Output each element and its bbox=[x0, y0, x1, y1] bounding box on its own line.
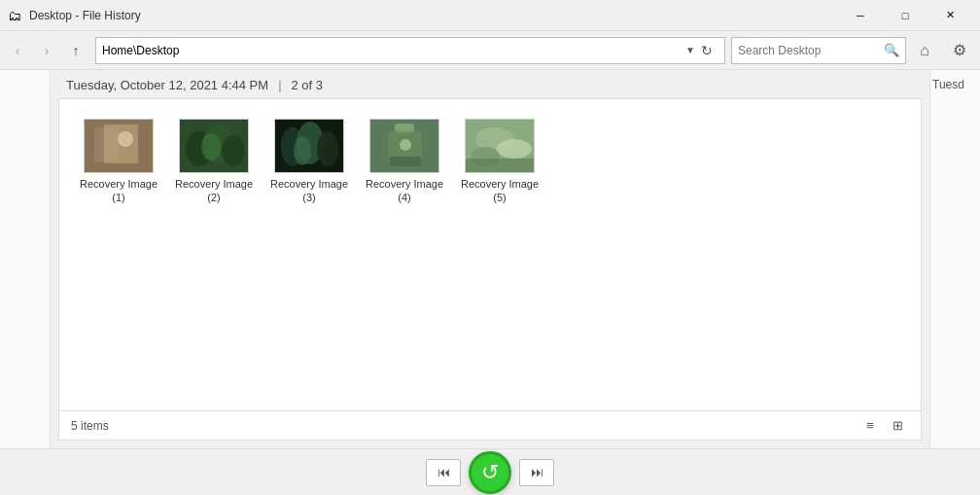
list-view-button[interactable]: ≡ bbox=[858, 414, 882, 438]
up-button[interactable]: ↑ bbox=[62, 37, 89, 64]
file-item-4[interactable]: Recovery Image (4) bbox=[361, 115, 448, 209]
close-button[interactable]: ✕ bbox=[928, 0, 972, 31]
search-bar[interactable]: 🔍 bbox=[731, 37, 906, 64]
page-indicator: 2 of 3 bbox=[292, 78, 324, 92]
svg-rect-17 bbox=[390, 157, 421, 166]
date-text: Tuesday, October 12, 2021 4:44 PM bbox=[66, 78, 268, 92]
file-thumbnail-1 bbox=[84, 119, 154, 173]
back-button[interactable]: ‹ bbox=[4, 37, 31, 64]
settings-button[interactable]: ⚙ bbox=[943, 31, 976, 70]
svg-point-21 bbox=[497, 139, 532, 159]
forward-button[interactable]: › bbox=[33, 37, 60, 64]
left-panel bbox=[0, 70, 51, 448]
file-item-2[interactable]: Recovery Image (2) bbox=[170, 115, 258, 209]
restore-icon: ↺ bbox=[481, 460, 499, 485]
file-item-1[interactable]: Recovery Image (1) bbox=[75, 115, 162, 209]
window-controls: ─ □ ✕ bbox=[838, 0, 972, 31]
file-label-4: Recovery Image (4) bbox=[365, 177, 444, 205]
file-label-3: Recovery Image (3) bbox=[269, 177, 349, 205]
items-count: 5 items bbox=[71, 419, 109, 433]
files-panel: Recovery Image (1) Recovery Image (2) bbox=[58, 98, 922, 441]
file-thumbnail-3 bbox=[274, 119, 344, 173]
date-header: Tuesday, October 12, 2021 4:44 PM | 2 of… bbox=[51, 70, 929, 98]
content-area: Tuesday, October 12, 2021 4:44 PM | 2 of… bbox=[51, 70, 929, 448]
file-thumbnail-2 bbox=[179, 119, 249, 173]
next-button[interactable]: ⏭ bbox=[519, 459, 554, 486]
address-dropdown-icon[interactable]: ▼ bbox=[685, 45, 695, 55]
title-bar: 🗂 Desktop - File History ─ □ ✕ bbox=[0, 0, 980, 31]
app-icon: 🗂 bbox=[8, 8, 21, 23]
right-panel-date-partial: Tuesd bbox=[930, 70, 980, 99]
right-panel: Tuesd bbox=[929, 70, 980, 448]
svg-point-13 bbox=[294, 136, 311, 165]
date-separator: | bbox=[278, 78, 281, 92]
restore-button[interactable]: ↺ bbox=[469, 451, 511, 494]
file-thumbnail-4 bbox=[369, 119, 439, 173]
grid-view-button[interactable]: ⊞ bbox=[886, 414, 909, 438]
view-controls: ≡ ⊞ bbox=[858, 414, 909, 438]
address-input[interactable] bbox=[102, 44, 685, 57]
svg-rect-23 bbox=[466, 159, 535, 173]
status-bar: 5 items ≡ ⊞ bbox=[59, 410, 921, 440]
window-title: Desktop - File History bbox=[29, 9, 830, 22]
svg-point-12 bbox=[317, 131, 338, 166]
file-label-1: Recovery Image (1) bbox=[79, 177, 158, 205]
maximize-button[interactable]: □ bbox=[883, 0, 928, 31]
refresh-button[interactable]: ↻ bbox=[695, 39, 718, 62]
search-button[interactable]: 🔍 bbox=[884, 43, 899, 57]
svg-point-18 bbox=[400, 139, 411, 151]
svg-point-8 bbox=[201, 133, 221, 160]
address-bar[interactable]: ▼ ↻ bbox=[95, 37, 725, 64]
navigation-bar: ‹ › ↑ ▼ ↻ 🔍 ⌂ ⚙ bbox=[0, 31, 980, 70]
file-item-5[interactable]: Recovery Image (5) bbox=[456, 115, 543, 209]
home-button[interactable]: ⌂ bbox=[908, 31, 941, 70]
svg-point-3 bbox=[118, 131, 133, 147]
file-label-2: Recovery Image (2) bbox=[174, 177, 254, 205]
minimize-button[interactable]: ─ bbox=[838, 0, 883, 31]
main-area: Tuesday, October 12, 2021 4:44 PM | 2 of… bbox=[0, 70, 980, 448]
playback-bar: ⏮ ↺ ⏭ bbox=[0, 448, 980, 495]
file-item-3[interactable]: Recovery Image (3) bbox=[265, 115, 353, 209]
file-label-5: Recovery Image (5) bbox=[460, 177, 540, 205]
previous-button[interactable]: ⏮ bbox=[426, 459, 461, 486]
files-content: Recovery Image (1) Recovery Image (2) bbox=[59, 99, 921, 225]
svg-point-7 bbox=[222, 135, 245, 166]
search-input[interactable] bbox=[738, 44, 884, 57]
file-thumbnail-5 bbox=[465, 119, 535, 173]
